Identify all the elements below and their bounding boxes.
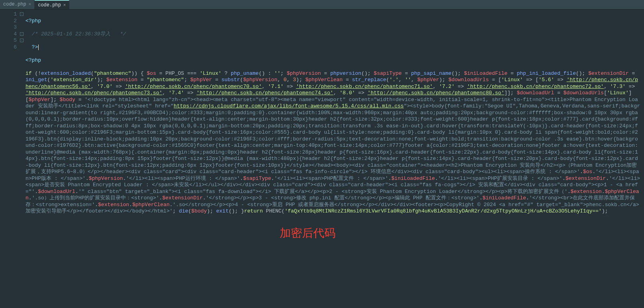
tab-label: code.php (3, 2, 26, 7)
close-icon[interactable]: × (63, 3, 66, 8)
editor: 123 45 6 - - - <?php /* 2025-01-16 22:36… (0, 10, 644, 308)
tab-code-php-2[interactable]: code.php × (35, 0, 69, 9)
fold-icon[interactable]: - (20, 12, 24, 16)
tab-label: code.php (38, 2, 61, 8)
fold-icon[interactable]: - (20, 39, 24, 42)
annotation-overlay: 加密后代码 (280, 230, 336, 237)
line-gutter: 123 45 6 (0, 10, 19, 308)
close-icon[interactable]: × (29, 2, 31, 7)
tab-bar: code.php × code.php × (0, 0, 644, 10)
fold-column: - - - (19, 10, 25, 308)
code-area[interactable]: <?php /* 2025-01-16 22:36:39导入 */ ?> <?p… (25, 10, 644, 308)
tab-code-php-1[interactable]: code.php × (0, 0, 35, 9)
text-caret (38, 45, 39, 50)
fold-icon[interactable]: - (20, 32, 24, 36)
